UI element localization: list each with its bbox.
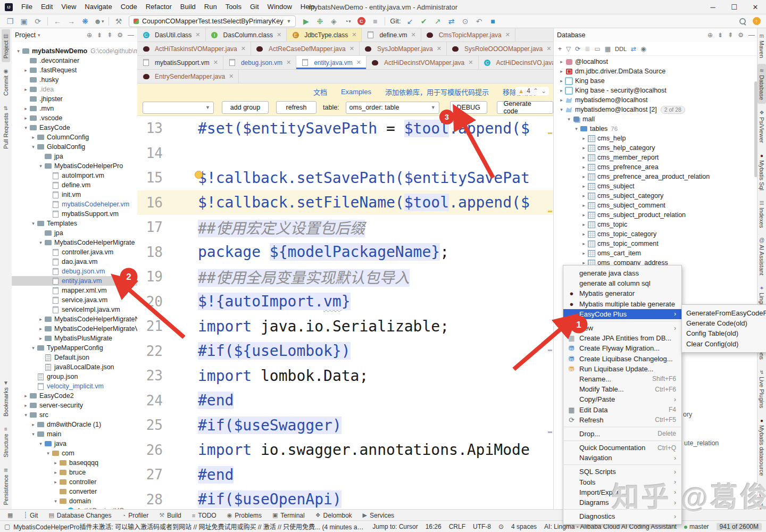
- template-link[interactable]: 添加依赖库，用于写模版代码提示: [385, 87, 489, 97]
- editor-tab-sysroleoooomapper-java[interactable]: SysRoleOOOOMapper.java✕: [447, 42, 553, 55]
- close-tab-icon[interactable]: ✕: [229, 73, 234, 80]
- push-icon[interactable]: ↗: [435, 17, 441, 26]
- push-button[interactable]: ↗: [431, 15, 444, 27]
- add-icon[interactable]: +: [558, 45, 562, 53]
- menu-item-mybatis-multiple-table-generate[interactable]: ●Mybatis multiple table generate: [563, 299, 681, 309]
- menu-item-navigation[interactable]: Navigation›: [563, 453, 681, 463]
- tree-item-mybatisplusmigrate[interactable]: ▸MybatisPlusMigrate: [12, 334, 137, 343]
- menu-item-mybatis-generator[interactable]: ●Mybatis generator: [563, 288, 681, 298]
- toolwindow-services[interactable]: ▶Services: [359, 510, 398, 521]
- search-everywhere-button[interactable]: [736, 15, 749, 27]
- menu-run[interactable]: Run: [200, 0, 221, 14]
- stop-button[interactable]: ■: [369, 15, 381, 27]
- menu-file[interactable]: File: [17, 0, 37, 14]
- locate-icon[interactable]: ⊕: [87, 31, 92, 39]
- tree-item-mybatissupport-vm[interactable]: mybatisSupport.vm: [12, 209, 137, 219]
- settings-icon[interactable]: ⚙: [738, 31, 744, 39]
- tool-strip-item-mybatis-datasource[interactable]: ●Mybatis datasource: [757, 414, 766, 479]
- debug-button[interactable]: ❉: [313, 15, 326, 27]
- add-group-button[interactable]: add group: [222, 101, 269, 114]
- close-tab-icon[interactable]: ✕: [356, 59, 361, 66]
- tree-item-cms-prefrence-area[interactable]: ▸cms_prefrence_area: [554, 162, 758, 172]
- commit-check-icon[interactable]: ✔: [421, 17, 427, 26]
- tree-item-dm-jdbc-driver-dmdata-source[interactable]: ▸dm.jdbc.driver.DmData Source: [554, 66, 758, 76]
- console-square-button[interactable]: ■: [487, 15, 499, 27]
- toolwindow-terminal[interactable]: ▣Terminal: [268, 510, 309, 521]
- tool-strip-item-live-plugins[interactable]: ↯Live Plugins: [757, 365, 766, 412]
- close-tab-icon[interactable]: ✕: [468, 59, 473, 66]
- editor-tab-acthitaskinstvomapper-java[interactable]: ActHiTaskinstVOMapper.java✕: [137, 42, 251, 55]
- menu-item-quick-documentation[interactable]: Quick DocumentationCtrl+Q: [563, 443, 681, 453]
- tree-item-cms-subject-category[interactable]: ▸cms_subject_category: [554, 191, 758, 201]
- toolwindow-switcher[interactable]: ▦: [3, 510, 17, 521]
- close-button[interactable]: ✕: [745, 0, 766, 14]
- tree-item-mybatisdemo-localhost[interactable]: ▸mybatisdemo@localhost: [554, 95, 758, 105]
- status-item-crlf[interactable]: CRLF: [449, 523, 465, 530]
- inspection-widget[interactable]: ▲ 4 ⌃ ⌄: [515, 87, 549, 95]
- stop-icon[interactable]: ■: [373, 17, 377, 26]
- tool-strip-item-psiviewer[interactable]: ❖PsiViewer: [757, 106, 766, 147]
- menu-help[interactable]: Help: [296, 0, 319, 14]
- tree-item-controller[interactable]: ▸controller: [12, 477, 137, 487]
- profiler-icon[interactable]: ◔: [344, 17, 348, 26]
- close-tab-icon[interactable]: ✕: [286, 59, 291, 66]
- tool-strip-item-bookmarks[interactable]: ▼Bookmarks: [2, 376, 10, 420]
- template-link[interactable]: Examples: [341, 88, 371, 96]
- tree-item-mybatiscodehelper-vm[interactable]: mybatisCodehelper.vm: [12, 200, 137, 209]
- tree-item-src[interactable]: ▾src: [12, 410, 137, 420]
- menu-git[interactable]: Git: [246, 0, 263, 14]
- editor-tab-acthidecinstvo-java[interactable]: ActHiDecinstVO.java✕: [479, 56, 554, 69]
- menu-edit[interactable]: Edit: [37, 0, 57, 14]
- run-configuration-select[interactable]: CouponCOMapperTest.testSelectByPrimaryKe…: [129, 15, 296, 27]
- editor-tab-actrecasedefmapper-java[interactable]: ActReCaseDefMapper.java✕: [251, 42, 360, 55]
- tree-item-mybatiscodehelpermigratev[interactable]: ▸MybatisCodeHelperMigrateV: [12, 324, 137, 334]
- ddl-button[interactable]: DDL: [615, 46, 627, 52]
- tree-item-domain[interactable]: ▾domain: [12, 496, 137, 506]
- close-tab-icon[interactable]: ✕: [352, 31, 356, 38]
- toolwindow-git[interactable]: ┆Git: [19, 510, 42, 521]
- tool-strip-item-project[interactable]: ▤Project: [2, 29, 10, 62]
- tree-item-define-vm[interactable]: define.vm: [12, 180, 137, 190]
- tool-strip-item-structure[interactable]: ≡Structure: [2, 422, 10, 461]
- editor-tab-mybatissupport-vm[interactable]: mybatisSupport.vm✕: [137, 56, 223, 69]
- tree-item--husky[interactable]: .husky: [12, 75, 137, 85]
- save-icon[interactable]: ▣: [20, 17, 27, 26]
- template-link[interactable]: 文档: [313, 87, 327, 97]
- expand-all-icon[interactable]: ⇟: [718, 31, 723, 39]
- save-button[interactable]: ▣: [18, 15, 30, 27]
- tree-item-cms-topic-comment[interactable]: ▸cms_topic_comment: [554, 239, 758, 248]
- coverage-button[interactable]: ◈: [327, 15, 340, 27]
- open-folder-icon[interactable]: ❒: [7, 17, 14, 26]
- tree-item-jpa[interactable]: jpa: [12, 152, 137, 161]
- forward-button[interactable]: →: [65, 15, 78, 27]
- toolwindow-database-changes[interactable]: ▤Database Changes: [44, 510, 115, 521]
- tree-item-oms-cart-item[interactable]: ▸oms_cart_item: [554, 248, 758, 258]
- tool-strip-item-commit[interactable]: ◉Commit: [2, 64, 10, 99]
- debug-button[interactable]: DEBUG: [450, 101, 487, 114]
- submenu-item-generatefromeasycodefolder[interactable]: GenerateFromEasyCodeFolder: [682, 308, 766, 318]
- user-icon[interactable]: ☻: [94, 17, 102, 26]
- tree-item-converter[interactable]: converter: [12, 487, 137, 496]
- refresh-button[interactable]: refresh: [276, 101, 317, 114]
- tree-item-dao-java-vm[interactable]: dao.java.vm: [12, 257, 137, 267]
- tool-strip-item-ai-assistant[interactable]: @AI Assistant: [757, 234, 766, 279]
- record-button[interactable]: C: [355, 15, 368, 27]
- maximize-button[interactable]: ☐: [723, 0, 745, 14]
- submenu-item-clear-config-old-[interactable]: Clear Config(old): [682, 339, 766, 349]
- tree-item-cms-subject-comment[interactable]: ▸cms_subject_comment: [554, 201, 758, 210]
- data-grid-icon[interactable]: ▦: [605, 45, 611, 53]
- commit-check-button[interactable]: ✔: [418, 15, 430, 27]
- tool-strip-item-pull-requests[interactable]: ⇅Pull Requests: [2, 102, 10, 153]
- refresh-icon[interactable]: ⟳: [575, 45, 580, 53]
- generate-code-button[interactable]: Generate code: [497, 101, 553, 114]
- sync-icon[interactable]: ⟳: [35, 17, 41, 26]
- editor-tab-jdbctype-class[interactable]: JdbcType.class✕: [287, 28, 362, 41]
- hide-icon[interactable]: —: [748, 31, 755, 39]
- menu-item-rename-[interactable]: Rename...Shift+F6: [563, 374, 681, 384]
- menu-item-copy-paste[interactable]: Copy/Paste›: [563, 394, 681, 404]
- tree-item-king-base[interactable]: ▸King base: [554, 76, 758, 86]
- minimize-button[interactable]: ─: [702, 0, 723, 14]
- menu-item-generate-all-column-sql[interactable]: generate all column sql: [563, 278, 681, 288]
- user-button[interactable]: ☻▾: [93, 15, 105, 27]
- rollback-icon[interactable]: ↶: [476, 17, 482, 26]
